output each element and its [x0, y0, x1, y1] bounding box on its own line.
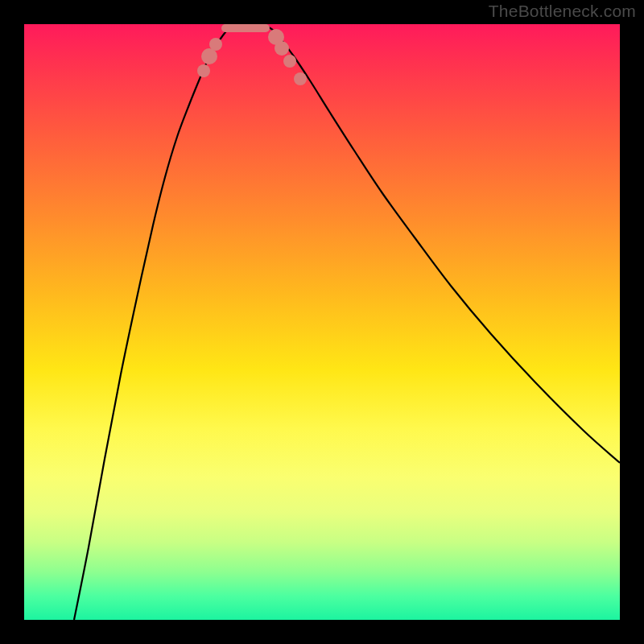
marker-dot: [294, 72, 307, 85]
plot-area: [24, 24, 620, 620]
marker-dot: [197, 64, 210, 77]
curve-right-curve: [266, 26, 620, 463]
plot-svg: [24, 24, 620, 620]
valley-band: [221, 24, 270, 32]
chart-stage: TheBottleneck.com: [0, 0, 644, 644]
watermark-text: TheBottleneck.com: [489, 2, 636, 21]
curve-left-curve: [74, 26, 233, 620]
marker-dot: [283, 55, 296, 68]
marker-dot: [209, 38, 222, 51]
marker-dot: [201, 48, 217, 64]
marker-dot: [275, 41, 289, 56]
